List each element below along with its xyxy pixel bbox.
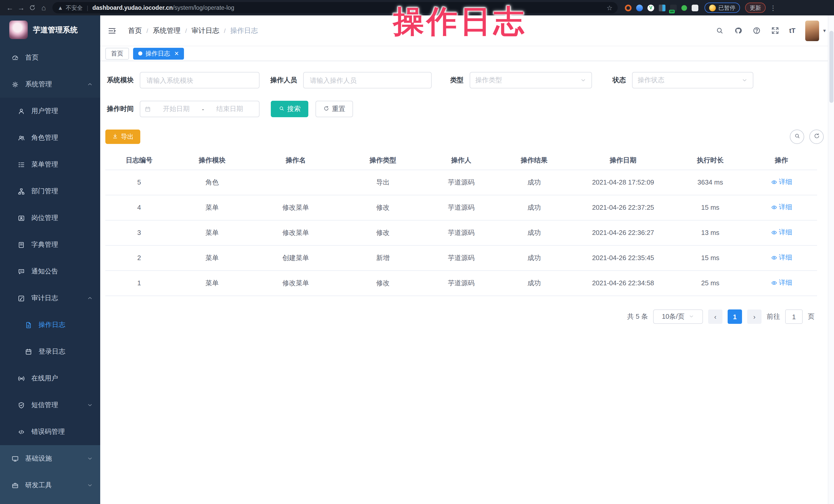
- sidebar-item-infrastructure[interactable]: 基础设施: [0, 445, 100, 472]
- sidebar-item-post-management[interactable]: 岗位管理: [0, 204, 100, 231]
- breadcrumb-audit-log[interactable]: 审计日志: [192, 26, 219, 35]
- sidebar-item-dept-management[interactable]: 部门管理: [0, 178, 100, 204]
- reset-button[interactable]: 重置: [315, 101, 353, 117]
- sidebar-item-home[interactable]: 首页: [0, 44, 100, 71]
- close-tab-icon[interactable]: ✕: [174, 50, 179, 57]
- filter-row-2: 操作时间 开始日期 - 结束日期 搜索 重置: [105, 101, 353, 117]
- tab-operate-log[interactable]: 操作日志 ✕: [133, 47, 184, 59]
- breadcrumb: 首页 / 系统管理 / 审计日志 / 操作日志: [128, 26, 258, 35]
- table-cell: 5: [105, 170, 173, 195]
- user-avatar[interactable]: [805, 20, 819, 41]
- sidebar-item-role-management[interactable]: 角色管理: [0, 125, 100, 151]
- not-secure-label[interactable]: 不安全: [66, 4, 83, 12]
- sidebar-item-audit-log[interactable]: 审计日志: [0, 285, 100, 311]
- current-page-button[interactable]: 1: [728, 309, 742, 324]
- font-size-icon[interactable]: tT: [789, 27, 795, 35]
- sidebar-item-login-log[interactable]: 登录日志: [0, 338, 100, 365]
- avatar-caret-down-icon[interactable]: ▾: [823, 28, 826, 34]
- sidebar-item-sms-management[interactable]: 短信管理: [0, 392, 100, 418]
- column-header: 操作: [746, 151, 817, 170]
- extension-icon-green-v[interactable]: V: [648, 4, 654, 11]
- extension-icon-on-badge[interactable]: on: [670, 4, 677, 11]
- type-select[interactable]: 操作类型: [470, 72, 592, 88]
- prev-page-button[interactable]: ‹: [708, 309, 723, 324]
- table-cell: 成功: [497, 195, 571, 220]
- app-header: 首页 / 系统管理 / 审计日志 / 操作日志 tT ▾: [100, 16, 834, 46]
- gear-icon: [11, 81, 19, 88]
- sidebar-item-system-management[interactable]: 系统管理: [0, 71, 100, 98]
- chevron-down-icon: [742, 77, 748, 83]
- github-icon[interactable]: [733, 26, 742, 35]
- sidebar-item-menu-management[interactable]: 菜单管理: [0, 151, 100, 178]
- browser-profile-chip[interactable]: 已暂停: [704, 3, 740, 13]
- extension-icon-orange-ring[interactable]: [625, 4, 632, 11]
- page-size-select[interactable]: 10条/页: [653, 309, 703, 324]
- detail-link[interactable]: 详细: [771, 278, 792, 288]
- menu-icon: [18, 161, 25, 168]
- toggle-search-button[interactable]: [790, 130, 804, 144]
- detail-link[interactable]: 详细: [771, 253, 792, 262]
- detail-link[interactable]: 详细: [771, 203, 792, 212]
- operator-input[interactable]: [309, 76, 426, 85]
- url-path[interactable]: /system/log/operate-log: [173, 5, 234, 11]
- detail-link[interactable]: 详细: [771, 228, 792, 237]
- sidebar-item-dev-tools[interactable]: 研发工具: [0, 472, 100, 499]
- browser-update-button[interactable]: 更新: [745, 3, 766, 13]
- sidebar-item-label: 系统管理: [25, 80, 52, 89]
- detail-link[interactable]: 详细: [771, 178, 792, 187]
- browser-menu-icon[interactable]: ⋮: [770, 4, 776, 12]
- collapse-sidebar-icon[interactable]: [107, 26, 117, 35]
- help-icon[interactable]: [752, 26, 761, 35]
- goto-page-input[interactable]: [785, 309, 803, 324]
- tab-home[interactable]: 首页: [105, 47, 129, 59]
- browser-home-icon[interactable]: ⌂: [38, 0, 49, 16]
- browser-reload-icon[interactable]: [27, 0, 38, 16]
- table-row: 5角色导出芋道源码成功2021-04-28 17:52:093634 ms详细: [105, 170, 817, 195]
- sidebar-item-operate-log[interactable]: 操作日志: [0, 311, 100, 338]
- browser-forward-icon[interactable]: →: [16, 0, 27, 16]
- next-page-button[interactable]: ›: [747, 309, 762, 324]
- sidebar-item-online-users[interactable]: 在线用户: [0, 365, 100, 392]
- extension-icon-blue-pin[interactable]: [636, 4, 643, 11]
- extensions-puzzle-icon[interactable]: [692, 4, 698, 11]
- breadcrumb-home[interactable]: 首页: [128, 26, 142, 35]
- extension-icon-green[interactable]: [681, 5, 687, 10]
- date-range-picker[interactable]: 开始日期 - 结束日期: [140, 101, 260, 117]
- log-icon: [25, 321, 32, 329]
- module-input[interactable]: [146, 76, 254, 85]
- sidebar-item-label: 短信管理: [31, 400, 58, 410]
- address-divider: |: [87, 5, 88, 11]
- url-domain[interactable]: dashboard.yudao.iocoder.cn: [92, 5, 173, 11]
- status-select[interactable]: 操作状态: [632, 72, 753, 88]
- module-label: 系统模块: [105, 75, 134, 85]
- start-date-placeholder[interactable]: 开始日期: [154, 104, 198, 114]
- address-bar[interactable]: ▲ 不安全 | dashboard.yudao.iocoder.cn/syste…: [52, 2, 618, 13]
- page-scrollbar[interactable]: [828, 16, 834, 504]
- sidebar-item-notice-announcement[interactable]: 通知公告: [0, 258, 100, 285]
- warning-icon: ▲: [58, 5, 63, 11]
- search-icon[interactable]: [715, 26, 724, 35]
- export-button[interactable]: 导出: [105, 130, 140, 144]
- refresh-table-button[interactable]: [809, 130, 824, 144]
- column-header: 操作日期: [571, 151, 675, 170]
- end-date-placeholder[interactable]: 结束日期: [207, 104, 252, 114]
- app-logo: [9, 21, 28, 39]
- search-button[interactable]: 搜索: [271, 101, 308, 117]
- sidebar-item-user-management[interactable]: 用户管理: [0, 98, 100, 125]
- sidebar-item-dict-management[interactable]: 字典管理: [0, 231, 100, 258]
- scrollbar-thumb[interactable]: [829, 31, 833, 103]
- time-label: 操作时间: [105, 104, 134, 114]
- extension-icon-blocks[interactable]: [659, 4, 665, 11]
- sidebar: 芋道管理系统 首页系统管理用户管理角色管理菜单管理部门管理岗位管理字典管理通知公…: [0, 16, 100, 504]
- column-header: 操作结果: [497, 151, 571, 170]
- table-cell: 菜单: [173, 270, 251, 295]
- table-row: 2菜单创建菜单新增芋道源码成功2021-04-26 22:35:4515 ms详…: [105, 245, 817, 270]
- browser-back-icon[interactable]: ←: [4, 0, 16, 16]
- chevron-down-icon: [87, 402, 93, 408]
- breadcrumb-system[interactable]: 系统管理: [153, 26, 181, 35]
- chevron-up-icon: [87, 81, 93, 87]
- sidebar-item-errorcode-management[interactable]: 错误码管理: [0, 418, 100, 445]
- sidebar-logo-row[interactable]: 芋道管理系统: [0, 16, 100, 44]
- fullscreen-icon[interactable]: [771, 26, 779, 35]
- bookmark-star-icon[interactable]: ☆: [607, 4, 613, 12]
